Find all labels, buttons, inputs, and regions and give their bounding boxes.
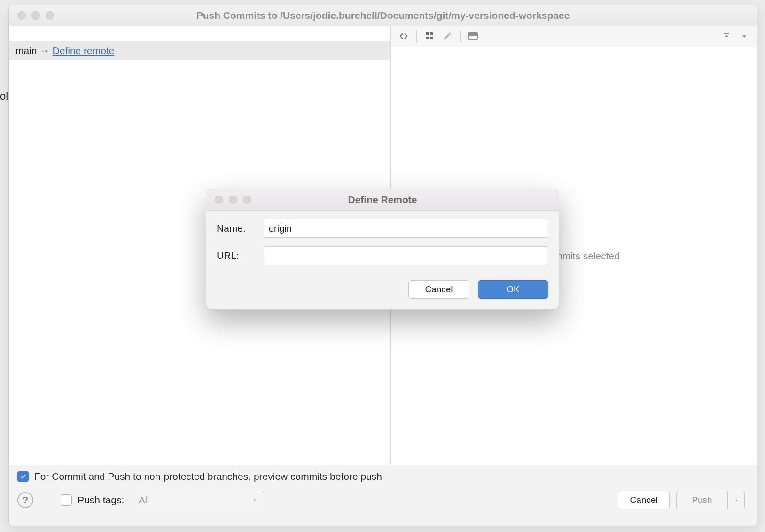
main-cancel-button[interactable]: Cancel <box>618 491 670 509</box>
chevron-down-icon <box>251 495 258 506</box>
expand-all-icon[interactable] <box>396 29 412 43</box>
zoom-window-icon[interactable] <box>46 11 54 20</box>
push-split-button: Push <box>676 491 745 509</box>
arrow-right-icon: → <box>40 45 50 56</box>
modal-button-row: Cancel OK <box>206 270 559 309</box>
modal-body: Name: URL: <box>206 211 559 270</box>
modal-window-controls <box>206 196 251 204</box>
branch-row[interactable]: main → Define remote <box>9 41 390 60</box>
modal-titlebar: Define Remote <box>206 189 559 211</box>
svg-rect-2 <box>426 37 429 39</box>
help-button[interactable]: ? <box>17 492 33 508</box>
window-controls <box>9 11 54 20</box>
bottom-actions-row: ? Push tags: All Cancel Push <box>17 491 749 509</box>
svg-rect-3 <box>430 37 433 39</box>
bottom-bar: For Commit and Push to non-protected bra… <box>9 465 757 526</box>
branch-name: main <box>16 45 37 56</box>
collapse-bottom-icon[interactable] <box>736 29 752 43</box>
push-tags-checkbox[interactable] <box>61 494 72 506</box>
push-button[interactable]: Push <box>676 491 728 509</box>
push-tags-label-text: Push tags: <box>78 494 124 506</box>
zoom-window-icon[interactable] <box>243 196 251 204</box>
remote-name-input[interactable] <box>264 219 548 238</box>
close-window-icon[interactable] <box>17 11 26 20</box>
preview-checkbox-label: For Commit and Push to non-protected bra… <box>34 471 382 482</box>
push-tags-selected-value: All <box>139 495 149 506</box>
preview-option-row[interactable]: For Commit and Push to non-protected bra… <box>17 471 749 482</box>
url-field-label: URL: <box>217 250 259 261</box>
define-remote-dialog: Define Remote Name: URL: Cancel OK <box>206 189 559 310</box>
main-window-title: Push Commits to /Users/jodie.burchell/Do… <box>9 10 757 21</box>
grid-view-icon[interactable] <box>422 29 437 43</box>
svg-rect-5 <box>469 36 477 39</box>
toolbar-separator <box>460 30 461 42</box>
push-tags-select[interactable]: All <box>133 491 264 509</box>
push-tags-option[interactable]: Push tags: <box>61 494 124 506</box>
edit-icon[interactable] <box>439 29 455 43</box>
minimize-window-icon[interactable] <box>31 11 40 20</box>
preview-checkbox[interactable] <box>17 471 29 482</box>
background-clipped-text: ol <box>0 90 8 102</box>
left-header-blank <box>9 26 390 41</box>
modal-ok-button[interactable]: OK <box>478 280 548 299</box>
name-field-label: Name: <box>217 223 259 234</box>
close-window-icon[interactable] <box>215 196 223 204</box>
minimize-window-icon[interactable] <box>229 196 237 204</box>
svg-rect-1 <box>430 32 433 35</box>
modal-title: Define Remote <box>206 194 559 205</box>
svg-rect-0 <box>426 32 429 35</box>
remote-url-input[interactable] <box>264 246 548 265</box>
define-remote-link[interactable]: Define remote <box>53 45 115 56</box>
collapse-top-icon[interactable] <box>718 29 734 43</box>
preview-icon[interactable] <box>465 29 481 43</box>
toolbar-separator <box>416 30 417 42</box>
modal-cancel-button[interactable]: Cancel <box>408 280 469 299</box>
push-button-dropdown[interactable] <box>728 491 745 509</box>
diff-toolbar <box>391 26 757 47</box>
main-titlebar: Push Commits to /Users/jodie.burchell/Do… <box>9 5 757 26</box>
